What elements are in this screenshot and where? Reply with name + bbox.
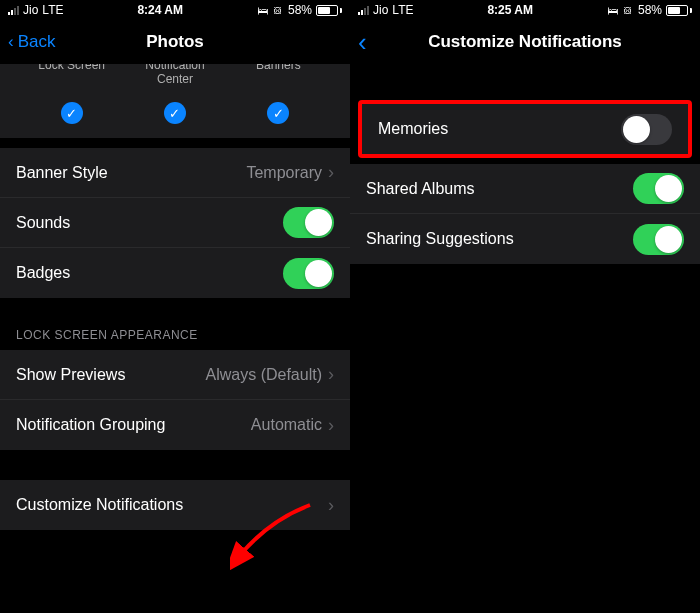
- memories-toggle[interactable]: [621, 114, 672, 145]
- memories-cell: Memories: [362, 104, 688, 154]
- customize-notifications-cell[interactable]: Customize Notifications ›: [0, 480, 350, 530]
- chevron-right-icon: ›: [328, 415, 334, 436]
- network-label: LTE: [42, 3, 63, 17]
- sounds-cell: Sounds: [0, 198, 350, 248]
- chevron-left-icon: ‹: [358, 27, 367, 58]
- sounds-toggle[interactable]: [283, 207, 334, 238]
- alert-lockscreen-label: Lock Screen: [27, 64, 117, 86]
- nav-bar: ‹ Back Photos: [0, 20, 350, 64]
- chevron-right-icon: ›: [328, 162, 334, 183]
- alert-center-checkbox[interactable]: ✓: [164, 102, 186, 124]
- page-title: Photos: [146, 32, 204, 52]
- show-previews-cell[interactable]: Show Previews Always (Default)›: [0, 350, 350, 400]
- alert-lockscreen-checkbox[interactable]: ✓: [61, 102, 83, 124]
- battery-percent: 58%: [288, 3, 312, 17]
- notification-grouping-value: Automatic: [251, 416, 322, 434]
- phone-left: Jio LTE 8:24 AM 🛏 ⦻ 58% ‹ Back Photos Lo…: [0, 0, 350, 613]
- signal-icon: [8, 5, 19, 15]
- signal-icon: [358, 5, 369, 15]
- bed-icon: 🛏: [607, 4, 618, 16]
- chevron-right-icon: ›: [328, 495, 334, 516]
- show-previews-value: Always (Default): [206, 366, 322, 384]
- carrier-label: Jio: [23, 3, 38, 17]
- alert-center-label: Notification Center: [130, 64, 220, 86]
- phone-right: Jio LTE 8:25 AM 🛏 ⦻ 58% ‹ Customize Noti…: [350, 0, 700, 613]
- alert-types-row: Lock Screen Notification Center Banners: [0, 64, 350, 96]
- battery-icon: [316, 5, 342, 16]
- customize-notifications-label: Customize Notifications: [16, 496, 183, 514]
- back-button[interactable]: ‹: [358, 27, 367, 58]
- shared-albums-toggle[interactable]: [633, 173, 684, 204]
- status-bar: Jio LTE 8:24 AM 🛏 ⦻ 58%: [0, 0, 350, 20]
- shared-albums-cell: Shared Albums: [350, 164, 700, 214]
- banner-style-label: Banner Style: [16, 164, 108, 182]
- alert-banners-checkbox[interactable]: ✓: [267, 102, 289, 124]
- banner-style-cell[interactable]: Banner Style Temporary›: [0, 148, 350, 198]
- badges-cell: Badges: [0, 248, 350, 298]
- orientation-lock-icon: ⦻: [622, 3, 634, 17]
- memories-label: Memories: [378, 120, 448, 138]
- highlight-annotation: Memories: [358, 100, 692, 158]
- sharing-suggestions-cell: Sharing Suggestions: [350, 214, 700, 264]
- bed-icon: 🛏: [257, 4, 268, 16]
- sounds-label: Sounds: [16, 214, 70, 232]
- sharing-suggestions-label: Sharing Suggestions: [366, 230, 514, 248]
- chevron-right-icon: ›: [328, 364, 334, 385]
- status-bar: Jio LTE 8:25 AM 🛏 ⦻ 58%: [350, 0, 700, 20]
- carrier-label: Jio: [373, 3, 388, 17]
- chevron-left-icon: ‹: [8, 32, 14, 52]
- section-header-lsa: LOCK SCREEN APPEARANCE: [0, 328, 350, 350]
- back-label: Back: [18, 32, 56, 52]
- banner-style-value: Temporary: [246, 164, 322, 182]
- status-time: 8:25 AM: [487, 3, 533, 17]
- notification-grouping-label: Notification Grouping: [16, 416, 165, 434]
- badges-toggle[interactable]: [283, 258, 334, 289]
- status-time: 8:24 AM: [137, 3, 183, 17]
- sharing-suggestions-toggle[interactable]: [633, 224, 684, 255]
- back-button[interactable]: ‹ Back: [8, 32, 55, 52]
- badges-label: Badges: [16, 264, 70, 282]
- battery-icon: [666, 5, 692, 16]
- orientation-lock-icon: ⦻: [272, 3, 284, 17]
- notification-grouping-cell[interactable]: Notification Grouping Automatic›: [0, 400, 350, 450]
- page-title: Customize Notifications: [428, 32, 622, 52]
- show-previews-label: Show Previews: [16, 366, 125, 384]
- shared-albums-label: Shared Albums: [366, 180, 475, 198]
- network-label: LTE: [392, 3, 413, 17]
- nav-bar: ‹ Customize Notifications: [350, 20, 700, 64]
- battery-percent: 58%: [638, 3, 662, 17]
- alert-banners-label: Banners: [233, 64, 323, 86]
